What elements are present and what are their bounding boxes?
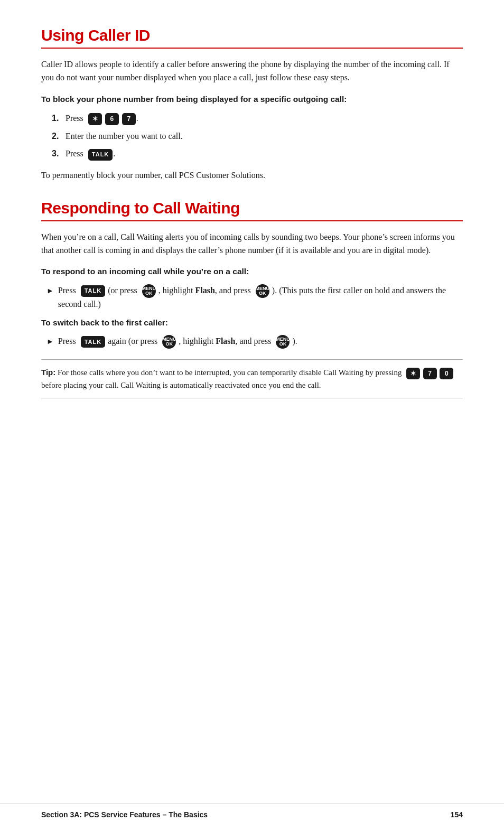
step-1: 1. Press ✶ 6 7. bbox=[52, 111, 463, 125]
btn-menu-2: MENUOK bbox=[256, 284, 269, 298]
step-num-2: 2. bbox=[52, 129, 62, 143]
respond-heading: To respond to an incoming call while you… bbox=[41, 265, 463, 277]
section-title-caller-id: Using Caller ID bbox=[41, 26, 463, 44]
flash-bold-1: Flash bbox=[195, 286, 214, 295]
call-waiting-intro: When you’re on a call, Call Waiting aler… bbox=[41, 231, 463, 257]
bullet-arrow-2: ► bbox=[46, 336, 54, 348]
step-2: 2. Enter the number you want to call. bbox=[52, 129, 463, 143]
footer-section-label: Section 3A: PCS Service Features – The B… bbox=[41, 810, 208, 819]
respond-bullet: ► Press TALK (or press MENUOK , highligh… bbox=[46, 284, 463, 311]
switch-bullet-text: Press TALK again (or press MENUOK , high… bbox=[58, 335, 297, 349]
section-title-call-waiting: Responding to Call Waiting bbox=[41, 199, 463, 217]
tip-box: Tip: For those calls where you don’t wan… bbox=[41, 359, 463, 398]
btn-talk-2: TALK bbox=[81, 285, 106, 297]
btn-6: 6 bbox=[105, 113, 119, 125]
block-heading: To block your phone number from being di… bbox=[41, 93, 463, 105]
btn-talk-3: TALK bbox=[81, 336, 106, 348]
step-num-1: 1. bbox=[52, 111, 62, 125]
step-2-text: Enter the number you want to call. bbox=[66, 129, 183, 143]
tip-text-1: For those calls where you don’t want to … bbox=[55, 368, 402, 377]
btn-star: ✶ bbox=[88, 113, 102, 125]
switch-bullet: ► Press TALK again (or press MENUOK , hi… bbox=[46, 335, 463, 349]
title-divider-1 bbox=[41, 48, 463, 49]
permanent-block-text: To permanently block your number, call P… bbox=[41, 169, 463, 182]
tip-btn-7: 7 bbox=[423, 368, 437, 380]
tip-label: Tip: bbox=[41, 368, 55, 377]
tip-btn-star: ✶ bbox=[406, 368, 420, 380]
step-1-text: Press ✶ 6 7. bbox=[66, 111, 138, 125]
respond-bullet-text: Press TALK (or press MENUOK , highlight … bbox=[58, 284, 463, 311]
switch-heading: To switch back to the first caller: bbox=[41, 316, 463, 329]
bullet-arrow-1: ► bbox=[46, 285, 54, 297]
step-3: 3. Press TALK. bbox=[52, 147, 463, 161]
page-footer: Section 3A: PCS Service Features – The B… bbox=[0, 804, 504, 819]
caller-id-intro: Caller ID allows people to identify a ca… bbox=[41, 58, 463, 85]
footer-page-number: 154 bbox=[451, 810, 463, 819]
btn-7: 7 bbox=[122, 113, 136, 125]
page-content: Using Caller ID Caller ID allows people … bbox=[0, 0, 504, 441]
btn-talk-1: TALK bbox=[88, 149, 113, 161]
step-3-text: Press TALK. bbox=[66, 147, 115, 161]
btn-menu-4: MENUOK bbox=[276, 335, 290, 349]
steps-list: 1. Press ✶ 6 7. 2. Enter the number you … bbox=[52, 111, 463, 161]
tip-btn-0: 0 bbox=[440, 368, 453, 380]
btn-menu-1: MENUOK bbox=[142, 284, 156, 298]
step-num-3: 3. bbox=[52, 147, 62, 161]
tip-text-2: before placing your call. Call Waiting i… bbox=[41, 381, 321, 389]
flash-bold-2: Flash bbox=[216, 337, 235, 346]
title-divider-2 bbox=[41, 220, 463, 221]
btn-menu-3: MENUOK bbox=[162, 335, 176, 349]
